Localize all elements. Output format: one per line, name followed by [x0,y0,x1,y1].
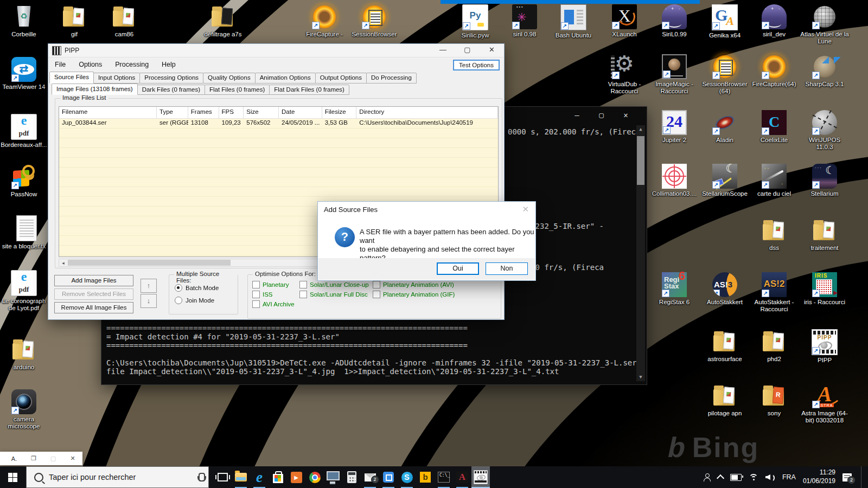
tab-input-options[interactable]: Input Options [93,73,140,84]
desktop-icon-site-a-bloquer-tx[interactable]: site a bloquer.tx [0,215,49,250]
desktop-icon-pilotage-apn[interactable]: pilotage apn [700,383,750,417]
move-down-button[interactable]: ↓ [141,294,157,308]
menu-item-help[interactable]: Help [162,61,176,68]
tab-source-files[interactable]: Source Files [49,72,94,84]
desktop-icon-bash-ubuntu[interactable]: ↗Bash Ubuntu [548,4,598,39]
desktop-icon-iris-raccourci[interactable]: IRIS↗iris - Raccourci [800,272,850,306]
desktop-icon-pipp[interactable]: PIPP↗PIPP [800,329,850,364]
clock[interactable]: 11:29 01/06/2019 [803,468,835,485]
desktop-icon-aladin[interactable]: ↗Aladin [700,110,750,144]
tab-animation-options[interactable]: Animation Options [255,73,316,84]
action-center-icon[interactable]: 2 [843,473,852,481]
checkbox-planetary-animation-gif[interactable]: Planetary Animation (GIF) [373,291,455,298]
oui-button[interactable]: Oui [437,262,479,275]
search-input[interactable]: Taper ici pour rechercher [49,473,199,481]
minimize-icon[interactable]: — [431,44,455,57]
desktop-icon-dss[interactable]: dss [749,218,799,252]
volume-icon[interactable] [765,473,775,481]
tab-flat-files-0-frames[interactable]: Flat Files (0 frames) [205,85,270,95]
desktop-icon-siril-dev[interactable]: ↗siril_dev [749,4,799,38]
desktop-icon-siril0-99[interactable]: ↗SiriL0.99 [649,4,699,38]
terminal-scrollbar[interactable]: ▲ ▼ [636,125,645,381]
language-indicator[interactable]: FRA [782,473,796,481]
add-image-files-button[interactable]: Add Image Files [54,275,133,286]
checkbox-iss[interactable]: ISS [252,291,273,298]
desktop-icon-siril-0-98[interactable]: ↗siril 0.98 [500,4,550,38]
taskbar-microsoft-store-icon[interactable] [269,466,287,488]
close-icon[interactable]: ✕ [480,44,504,57]
close-icon[interactable]: ✕ [522,204,529,214]
scrollbar-thumb[interactable] [637,136,644,185]
desktop-icon-winjupos-11-0-3[interactable]: ↗WinJUPOS 11.0.3 [800,110,850,151]
checkbox-icon[interactable] [252,300,260,308]
desktop-icon-astra-image-64-bit-03032018[interactable]: A↗Astra Image (64-bit) 03032018 [800,383,850,424]
column-header-directory[interactable]: Directory [356,107,498,118]
checkbox-icon[interactable] [299,291,307,298]
desktop-icon-firecapture-64[interactable]: ↗FireCapture(64) [749,54,799,88]
desktop-icon-carte-du-ciel[interactable]: ↗carte du ciel [749,164,799,197]
taskbar-bing-icon[interactable]: b [416,466,435,488]
desktop-icon-teamviewer-14[interactable]: ↗TeamViewer 14 [0,57,49,91]
column-header-size[interactable]: Size [244,107,279,118]
column-header-frames[interactable]: Frames [188,107,219,118]
show-desktop-button[interactable] [861,466,865,488]
desktop-icon-stellariumscope[interactable]: ☾↗StellariumScope [700,164,750,197]
desktop-icon-corbeille[interactable]: Corbeille [0,4,49,38]
column-header-type[interactable]: Type [157,107,188,118]
desktop-icon-passnow[interactable]: ↗PassNow [0,164,49,198]
taskbar-media-player-icon[interactable]: ▶ [287,466,305,488]
scroll-down-icon[interactable]: ▼ [636,373,645,381]
taskbar-mail-icon[interactable]: 2 [361,466,379,488]
start-button[interactable] [0,466,26,488]
checkbox-planetary-animation-avi[interactable]: Planetary Animation (AVI) [373,281,454,288]
desktop-icon-virtualdub-raccourci[interactable]: ↗VirtualDub - Raccourci [599,54,649,95]
taskbar-calculator-icon[interactable] [342,466,361,488]
close-icon[interactable]: ✕ [614,107,638,123]
wifi-icon[interactable] [749,474,758,481]
tab-do-processing[interactable]: Do Processing [366,73,417,84]
taskbar-chrome-icon[interactable] [305,466,324,488]
minimize-icon[interactable]: — [565,107,589,123]
battery-icon[interactable] [730,474,742,481]
radio-button-icon[interactable] [175,284,182,292]
column-header-fps[interactable]: FPS [219,107,244,118]
table-row[interactable]: Jup_003844.serser (RGGB)13108109,23576x5… [59,119,498,129]
desktop-icon-bordereaux-aff[interactable]: Bordereaux-aff... [0,114,49,149]
desktop-icon-arduino[interactable]: arduino [0,337,49,371]
desktop-icon-genika-x64[interactable]: ↗Genika x64 [700,4,750,39]
checkbox-icon[interactable] [252,291,260,298]
desktop-icon-imagemagic-raccourci[interactable]: ↗ImageMagic - Raccourci [649,54,699,95]
desktop-icon-sharpcap-3-1[interactable]: ↗SharpCap 3.1 [800,54,850,88]
taskbar-command-prompt-icon[interactable] [435,466,453,488]
desktop-icon-autostakkert-raccourci[interactable]: AS!2↗AutoStakkert - Raccourci [749,272,799,313]
desktop-icon-jupiter-2[interactable]: 24↗Jupiter 2 [649,110,699,144]
scroll-left-icon[interactable]: ◂ [59,259,67,266]
desktop-icon-stellarium[interactable]: ☾↗Stellarium [800,164,850,197]
test-options-button[interactable]: Test Options [453,60,500,70]
tab-image-files-13108-frames[interactable]: Image Files (13108 frames) [52,84,138,95]
close-icon[interactable]: ✕ [63,455,82,462]
desktop-icon-sirilic-pyw[interactable]: ↗Sirilic.pyw [450,4,500,39]
checkbox-icon[interactable] [252,281,260,288]
mini-window[interactable]: A. ❐ ▢ ✕ [0,452,82,465]
tab-processing-options[interactable]: Processing Options [139,73,203,84]
menu-item-processing[interactable]: Processing [115,61,149,68]
desktop-icon-sessionbrowser[interactable]: ↗SessionBrowser [349,4,399,38]
desktop-icon-registax-6[interactable]: RegiStax6↗RegiStax 6 [649,272,699,306]
column-header-filesize[interactable]: Filesize [322,107,357,118]
scrollbar-thumb[interactable] [68,260,231,266]
radio-batch-mode[interactable]: Batch Mode [175,284,219,292]
checkbox-solar-lunar-full-disc[interactable]: Solar/Lunar Full Disc [299,291,368,298]
desktop-icon-astrosurface[interactable]: astrosurface [700,329,750,363]
radio-join-mode[interactable]: Join Mode [175,297,214,304]
checkbox-icon[interactable] [373,281,380,288]
tab-flat-dark-files-0-frames[interactable]: Flat Dark Files (0 frames) [269,85,349,95]
radio-button-icon[interactable] [175,297,182,304]
desktop-icon-cam86[interactable]: cam86 [99,4,149,38]
desktop-icon-le-coronograph-de-lyot-pdf[interactable]: Le coronograph de Lyot.pdf [0,270,49,312]
menu-item-file[interactable]: File [55,61,66,68]
checkbox-icon[interactable] [373,291,380,298]
maximize-icon[interactable]: ▢ [589,107,614,123]
desktop-icon-firecapture[interactable]: ↗FireCapture - [299,4,349,38]
taskbar-file-explorer-icon[interactable] [232,466,250,488]
